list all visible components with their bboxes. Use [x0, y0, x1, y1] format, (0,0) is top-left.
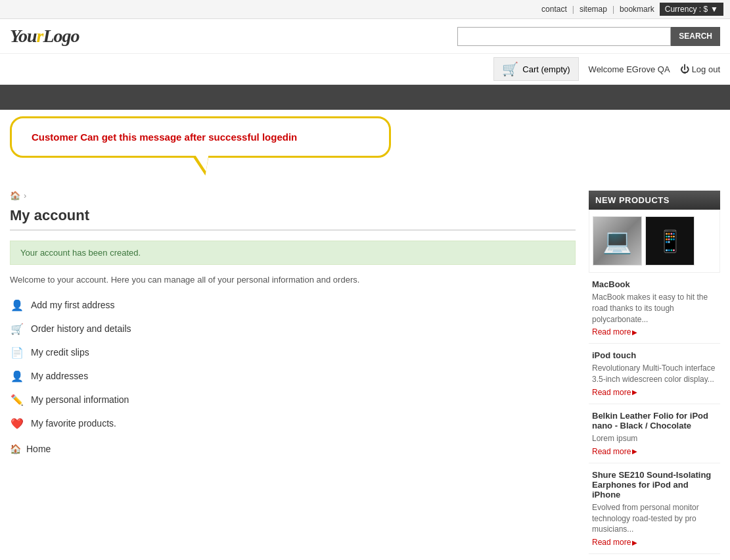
account-menu: 👤 Add my first address 🛒 Order history a… — [10, 298, 576, 431]
product-name: MacBook — [592, 279, 717, 289]
arrow-icon: ▶ — [632, 448, 637, 455]
arrow-icon: ▶ — [632, 539, 637, 546]
read-more-macbook[interactable]: Read more ▶ — [592, 327, 717, 337]
credit-icon: 📄 — [10, 345, 24, 360]
macbook-thumb[interactable] — [593, 216, 642, 266]
logo: YourLogo — [10, 26, 141, 47]
list-item: 👤 Add my first address — [10, 298, 576, 312]
read-more-ipod-touch[interactable]: Read more ▶ — [592, 388, 717, 397]
breadcrumb-separator: › — [24, 191, 26, 200]
arrow-icon: ▶ — [632, 329, 637, 336]
search-input[interactable] — [457, 27, 671, 46]
orders-icon: 🛒 — [10, 321, 24, 336]
product-desc: MacBook makes it easy to hit the road th… — [592, 292, 717, 325]
list-item: 📄 My credit slips — [10, 345, 576, 360]
currency-label: Currency : $ — [665, 5, 708, 14]
list-item: 🛒 Order history and details — [10, 321, 576, 336]
main-layout: 🏠 › My account Your account has been cre… — [0, 184, 730, 560]
main-content: 🏠 › My account Your account has been cre… — [10, 191, 576, 560]
product-item-macbook: MacBook MacBook makes it easy to hit the… — [589, 273, 720, 344]
product-item-shure: Shure SE210 Sound-Isolating Earphones fo… — [589, 463, 720, 554]
product-desc: Lorem ipsum — [592, 433, 717, 444]
add-address-link[interactable]: Add my first address — [31, 300, 115, 310]
currency-button[interactable]: Currency : $ ▼ — [660, 3, 723, 16]
ipod-thumb[interactable] — [645, 216, 695, 266]
new-products-section: NEW PRODUCTS MacBook MacBook makes it ea… — [589, 191, 720, 560]
cart-label: Cart (empty) — [522, 64, 570, 74]
home-icon: 🏠 — [10, 444, 21, 454]
credit-slips-link[interactable]: My credit slips — [31, 347, 89, 358]
new-products-title: NEW PRODUCTS — [589, 191, 720, 210]
arrow-icon: ▶ — [632, 388, 637, 396]
favorites-link[interactable]: My favorite products. — [31, 418, 116, 429]
page-title: My account — [10, 207, 576, 231]
sep2: | — [612, 5, 614, 14]
list-item: ❤️ My favorite products. — [10, 416, 576, 431]
success-message: Your account has been created. — [10, 241, 576, 265]
favorites-icon: ❤️ — [10, 416, 24, 431]
power-icon — [680, 64, 689, 74]
read-more-shure[interactable]: Read more ▶ — [592, 538, 717, 547]
sidebar: NEW PRODUCTS MacBook MacBook makes it ea… — [589, 191, 720, 560]
bookmark-link[interactable]: bookmark — [620, 5, 654, 14]
read-more-belkin[interactable]: Read more ▶ — [592, 447, 717, 456]
personal-info-link[interactable]: My personal information — [31, 394, 129, 405]
my-addresses-icon: 👤 — [10, 369, 24, 383]
product-item-ipod-nano: iPod Nano New design. New features. Now … — [589, 554, 720, 560]
search-button[interactable]: SEARCH — [671, 27, 720, 46]
breadcrumb-home-link[interactable]: 🏠 — [10, 191, 20, 200]
new-products-grid — [589, 210, 720, 273]
home-link[interactable]: 🏠 Home — [10, 444, 576, 454]
contact-link[interactable]: contact — [541, 5, 567, 14]
product-name: Belkin Leather Folio for iPod nano - Bla… — [592, 411, 717, 431]
welcome-text: Welcome EGrove QA — [589, 64, 670, 74]
account-bar: Cart (empty) Welcome EGrove QA Log out — [0, 54, 730, 85]
address-icon: 👤 — [10, 298, 24, 312]
product-item-belkin: Belkin Leather Folio for iPod nano - Bla… — [589, 404, 720, 463]
order-history-link[interactable]: Order history and details — [31, 323, 131, 334]
home-link-label: Home — [26, 444, 51, 454]
sitemap-link[interactable]: sitemap — [580, 5, 607, 14]
product-name: iPod touch — [592, 350, 717, 360]
currency-dropdown-icon: ▼ — [710, 5, 718, 14]
top-bar: contact | sitemap | bookmark Currency : … — [0, 0, 730, 19]
logout-button[interactable]: Log out — [680, 64, 720, 74]
product-item-ipod-touch: iPod touch Revolutionary Multi-Touch int… — [589, 344, 720, 404]
breadcrumb: 🏠 › — [10, 191, 576, 200]
speech-bubble: Customer Can get this message after succ… — [10, 116, 391, 158]
bubble-message: Customer Can get this message after succ… — [32, 131, 297, 143]
welcome-description: Welcome to your account. Here you can ma… — [10, 275, 576, 285]
logout-label: Log out — [692, 64, 720, 74]
header: YourLogo SEARCH — [0, 19, 730, 54]
list-item: 👤 My addresses — [10, 369, 576, 383]
nav-bar — [0, 85, 730, 110]
product-desc: Evolved from personal monitor technology… — [592, 502, 717, 535]
cart-icon — [502, 61, 518, 77]
product-desc: Revolutionary Multi-Touch interface 3.5-… — [592, 363, 717, 385]
speech-bubble-wrapper: Customer Can get this message after succ… — [0, 110, 730, 184]
product-name: Shure SE210 Sound-Isolating Earphones fo… — [592, 470, 717, 500]
my-addresses-link[interactable]: My addresses — [31, 371, 88, 381]
personal-info-icon: ✏️ — [10, 392, 24, 407]
list-item: ✏️ My personal information — [10, 392, 576, 407]
cart-button[interactable]: Cart (empty) — [493, 57, 578, 81]
sep1: | — [572, 5, 574, 14]
search-bar: SEARCH — [457, 27, 720, 46]
home-breadcrumb-icon: 🏠 — [10, 191, 20, 200]
